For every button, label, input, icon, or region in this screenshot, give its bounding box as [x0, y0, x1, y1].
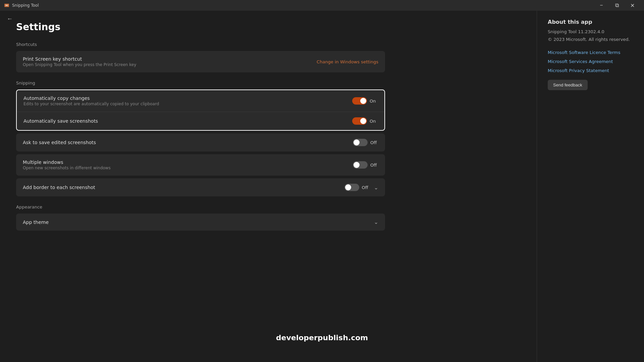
- auto-copy-title: Automatically copy changes: [23, 96, 159, 101]
- auto-copy-info: Automatically copy changes Edits to your…: [23, 96, 159, 106]
- add-border-chevron-icon: ⌄: [374, 184, 378, 191]
- multiple-windows-title: Multiple windows: [23, 160, 111, 165]
- settings-area: Settings Shortcuts Print Screen key shor…: [16, 21, 385, 231]
- add-border-info: Add border to each screenshot: [23, 185, 95, 190]
- restore-button[interactable]: ⧉: [609, 0, 625, 11]
- app-theme-title: App theme: [23, 220, 49, 225]
- app-icon: [4, 3, 9, 8]
- app-theme-chevron-icon: ⌄: [374, 219, 378, 225]
- titlebar-controls: − ⧉ ✕: [594, 0, 640, 11]
- add-border-toggle[interactable]: [344, 184, 359, 191]
- auto-save-label: On: [370, 119, 378, 124]
- add-border-card: Add border to each screenshot Off ⌄: [16, 178, 385, 196]
- multiple-windows-toggle[interactable]: [353, 161, 368, 169]
- snipping-card-highlighted: Automatically copy changes Edits to your…: [16, 89, 385, 131]
- ms-privacy-link[interactable]: Microsoft Privacy Statement: [548, 67, 633, 74]
- add-border-thumb: [345, 184, 351, 190]
- auto-copy-control: On: [352, 97, 378, 105]
- main-content: ← Settings Shortcuts Print Screen key sh…: [0, 11, 537, 362]
- close-button[interactable]: ✕: [625, 0, 640, 11]
- multiple-windows-row: Multiple windows Open new screenshots in…: [16, 154, 385, 176]
- add-border-row: Add border to each screenshot Off ⌄: [16, 178, 385, 196]
- send-feedback-button[interactable]: Send feedback: [548, 80, 588, 90]
- shortcuts-label: Shortcuts: [16, 42, 385, 47]
- multiple-windows-label: Off: [370, 163, 378, 168]
- ask-save-title: Ask to save edited screenshots: [23, 140, 96, 145]
- appearance-section: Appearance App theme ⌄: [16, 204, 385, 231]
- ms-services-link[interactable]: Microsoft Services Agreement: [548, 58, 633, 65]
- add-border-label: Off: [362, 185, 370, 190]
- print-screen-title: Print Screen key shortcut: [23, 56, 136, 62]
- ask-save-label: Off: [370, 140, 378, 145]
- ask-save-card: Ask to save edited screenshots Off: [16, 133, 385, 152]
- ask-save-info: Ask to save edited screenshots: [23, 140, 96, 145]
- ask-save-control: Off: [353, 139, 378, 146]
- multiple-windows-card: Multiple windows Open new screenshots in…: [16, 154, 385, 176]
- auto-save-toggle[interactable]: [352, 117, 367, 125]
- change-windows-settings-link[interactable]: Change in Windows settings: [317, 58, 378, 66]
- sidebar: About this app Snipping Tool 11.2302.4.0…: [537, 11, 644, 362]
- auto-copy-label: On: [370, 99, 378, 104]
- app-theme-control: ⌄: [373, 219, 378, 225]
- auto-save-title: Automatically save screenshots: [23, 118, 98, 124]
- print-screen-row: Print Screen key shortcut Open Snipping …: [16, 51, 385, 72]
- snipping-section: Snipping Automatically copy changes Edit…: [16, 80, 385, 196]
- shortcuts-card: Print Screen key shortcut Open Snipping …: [16, 51, 385, 72]
- multiple-windows-control: Off: [353, 161, 378, 169]
- app-container: ← Settings Shortcuts Print Screen key sh…: [0, 11, 644, 362]
- add-border-title: Add border to each screenshot: [23, 185, 95, 190]
- snipping-label: Snipping: [16, 80, 385, 85]
- auto-copy-row: Automatically copy changes Edits to your…: [17, 90, 384, 112]
- auto-copy-toggle[interactable]: [352, 97, 367, 105]
- about-copyright: © 2023 Microsoft. All rights reserved.: [548, 37, 633, 42]
- appearance-label: Appearance: [16, 204, 385, 209]
- auto-save-row: Automatically save screenshots On: [17, 112, 384, 130]
- add-border-control: Off ⌄: [344, 184, 378, 191]
- ask-save-row: Ask to save edited screenshots Off: [16, 133, 385, 152]
- watermark: developerpublish.com: [276, 334, 368, 342]
- auto-copy-thumb: [360, 98, 366, 104]
- about-version: Snipping Tool 11.2302.4.0: [548, 29, 633, 34]
- shortcuts-section: Shortcuts Print Screen key shortcut Open…: [16, 42, 385, 72]
- auto-save-info: Automatically save screenshots: [23, 118, 98, 124]
- page-title: Settings: [16, 21, 385, 33]
- appearance-card: App theme ⌄: [16, 214, 385, 231]
- auto-save-thumb: [360, 118, 366, 124]
- auto-copy-sub: Edits to your screenshot are automatical…: [23, 102, 159, 106]
- minimize-button[interactable]: −: [594, 0, 609, 11]
- titlebar-left: Snipping Tool: [4, 3, 39, 8]
- ask-save-thumb: [354, 139, 360, 145]
- print-screen-info: Print Screen key shortcut Open Snipping …: [23, 56, 136, 67]
- titlebar-title: Snipping Tool: [12, 3, 39, 8]
- app-theme-row[interactable]: App theme ⌄: [16, 214, 385, 231]
- multiple-windows-info: Multiple windows Open new screenshots in…: [23, 160, 111, 170]
- svg-rect-2: [6, 5, 7, 6]
- multiple-windows-thumb: [354, 162, 360, 168]
- auto-save-control: On: [352, 117, 378, 125]
- back-button[interactable]: ←: [4, 14, 15, 24]
- ask-save-toggle[interactable]: [353, 139, 368, 146]
- print-screen-sub: Open Snipping Tool when you press the Pr…: [23, 62, 136, 67]
- ms-licence-link[interactable]: Microsoft Software Licence Terms: [548, 49, 633, 56]
- about-title: About this app: [548, 19, 633, 25]
- print-screen-control: Change in Windows settings: [317, 58, 378, 66]
- multiple-windows-sub: Open new screenshots in different window…: [23, 166, 111, 170]
- titlebar: Snipping Tool − ⧉ ✕: [0, 0, 644, 11]
- app-theme-info: App theme: [23, 220, 49, 225]
